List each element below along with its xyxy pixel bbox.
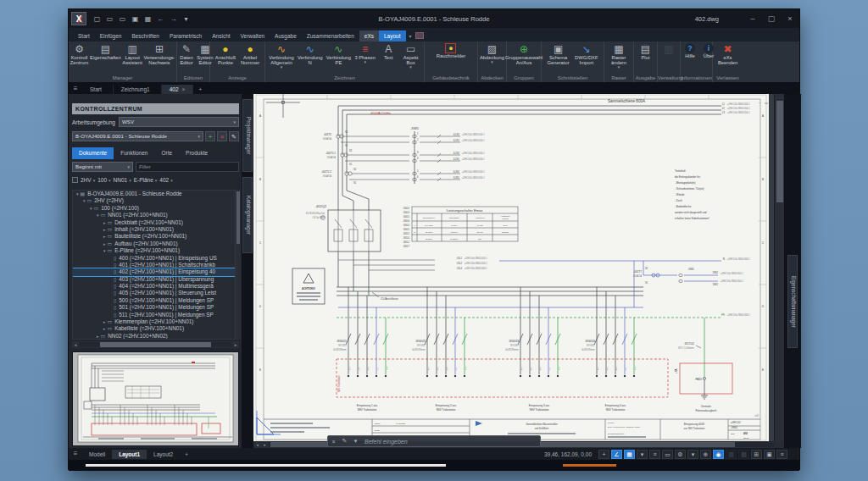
ribbon-button[interactable]: ⊕ Gruppenauswahl An/Aus <box>507 43 541 65</box>
quick-access-icon[interactable]: ▾ <box>181 14 192 25</box>
quick-access-icon[interactable]: ▭ <box>104 14 115 25</box>
expander-icon[interactable]: ▸ <box>103 227 106 232</box>
ribbon-collapse-icon[interactable]: ▾ <box>409 33 412 41</box>
tree-item[interactable]: ▯403 (=2HV.100+NN01) | Überspannung <box>73 276 235 283</box>
minimize-button[interactable]: – <box>747 14 759 23</box>
ribbon-button[interactable]: ▭ Aspekt Box ▾ <box>402 43 420 69</box>
ribbon-button[interactable]: ▤ Eigenschaften <box>90 43 121 60</box>
breadcrumb-segment[interactable]: E-Pläne▾ <box>134 177 158 183</box>
tree-item[interactable]: ▾▭2HV (=2HV) <box>73 197 235 204</box>
layout-tab[interactable]: Modell <box>82 450 112 459</box>
workspace-swatch-icon[interactable] <box>415 32 424 39</box>
quick-access-icon[interactable]: ▦ <box>142 14 153 25</box>
tree-item[interactable]: ▾▭E-Pläne (=2HV.100+NN01) <box>73 247 235 254</box>
expander-icon[interactable]: ▸ <box>103 319 106 324</box>
close-button[interactable]: × <box>784 14 796 23</box>
status-icon[interactable]: ▧ <box>738 450 749 459</box>
tree-item[interactable]: ▯401 (=2HV.100+NN01) | Schaltschrankb <box>73 262 235 268</box>
scroll-right-icon[interactable]: ▸ <box>261 442 269 447</box>
filter-input[interactable]: Filter <box>136 162 239 172</box>
status-icon[interactable]: ⊞ <box>751 450 762 459</box>
tab-katalogmanager[interactable]: Katalogmanager <box>242 177 253 253</box>
status-icon[interactable]: ▭ <box>662 450 673 459</box>
filter-mode-select[interactable]: Beginnt mit ▾ <box>72 162 133 172</box>
close-icon[interactable]: × <box>328 439 339 445</box>
status-icon[interactable]: ▦ <box>624 450 635 459</box>
ribbon-button[interactable]: ● Artikel Nummer <box>241 43 259 65</box>
tree-item[interactable]: ▯511 (=2HV.100+NN01) | Meldungen SP <box>73 312 235 318</box>
tab-projektmanager[interactable]: Projektmanager <box>242 99 253 172</box>
layout-menu-icon[interactable]: ≡ <box>69 450 82 459</box>
delete-project-button[interactable]: × <box>217 131 227 141</box>
project-select[interactable]: B-OYAJ4009.E.0001 - Schleuse Rodde ▾ <box>72 131 203 141</box>
tree-item[interactable]: ▸▭Klemmenplan (=2HV.100+NN01) <box>73 318 235 325</box>
tree-item[interactable]: ▯405 (=2HV.100+NN01) | Steuerung Leist <box>73 290 235 296</box>
status-icon[interactable]: ▣ <box>764 450 775 459</box>
add-project-button[interactable]: + <box>205 131 215 141</box>
ribbon-tab[interactable]: Ansicht <box>207 30 235 41</box>
ribbon-button[interactable]: ∿ Verbindung Allgemein ▾ <box>269 43 293 69</box>
tree-item[interactable]: ▯402 (=2HV.100+NN01) | Einspeisung 40 <box>73 268 235 275</box>
expander-icon[interactable]: ▾ <box>83 198 86 203</box>
ribbon-button[interactable]: ∿ Verbindung N <box>298 43 322 65</box>
ribbon-button[interactable]: ✖ eXs Beenden <box>718 43 737 65</box>
quick-access-icon[interactable]: ▭ <box>117 14 128 25</box>
quick-access-icon[interactable]: ▢ <box>92 14 103 25</box>
ribbon-button[interactable]: ▨ Abdeckung ▾ <box>480 43 504 64</box>
ribbon-tab[interactable]: Ausgabe <box>270 30 302 41</box>
status-icon[interactable]: ≡ <box>649 450 660 459</box>
status-icon[interactable]: ⊕ <box>700 450 711 459</box>
ribbon-tab[interactable]: Layout <box>379 30 406 41</box>
breadcrumb-checkbox[interactable] <box>72 177 78 183</box>
ribbon-button[interactable]: ▣ Schema Generator <box>548 43 570 65</box>
tree-item[interactable]: ▯500 (=2HV.100+NN01) | Meldungen SP <box>73 297 235 304</box>
ribbon-button[interactable]: ● Anschluß Punkte <box>215 43 236 65</box>
ribbon-button[interactable]: ⊞ Verwendungs- Nachweis <box>143 43 175 65</box>
panel-tab[interactable]: Dokumente <box>72 147 114 159</box>
edit-project-button[interactable]: ✎ <box>229 131 239 141</box>
panel-tab[interactable]: Funktionen <box>114 147 154 159</box>
ribbon-button[interactable]: ∿ Verbindung PE <box>326 43 351 65</box>
expander-icon[interactable]: ▸ <box>103 326 106 331</box>
ribbon-tab[interactable]: Beschriften <box>126 30 164 41</box>
document-tab[interactable]: 402× <box>162 85 194 94</box>
status-icon[interactable]: ▥ <box>726 450 737 459</box>
tree-item[interactable]: ▸▭Inhalt (=2HV.100+NN01) <box>73 226 235 233</box>
expander-icon[interactable]: ▸ <box>103 220 106 225</box>
breadcrumb-segment[interactable]: NN01▾ <box>114 177 131 183</box>
quick-access-icon[interactable]: → <box>168 14 179 25</box>
expander-icon[interactable]: ▾ <box>90 206 92 211</box>
ribbon-button[interactable]: ⚙ Kontroll Zentrum <box>70 43 89 65</box>
tree-item[interactable]: ▸▭Aufbau (=2HV.100+NN01) <box>73 240 235 247</box>
tree-item[interactable]: ▯404 (=2HV.100+NN01) | Multimessgerä <box>73 283 235 290</box>
breadcrumb-segment[interactable]: 2HV▾ <box>81 177 95 183</box>
expander-icon[interactable]: ▸ <box>103 234 106 239</box>
scroll-left-icon[interactable]: ◂ <box>72 342 79 347</box>
ribbon-tab[interactable]: eXs <box>359 30 379 41</box>
menu-burger-icon[interactable]: ≡ <box>69 85 82 94</box>
tree-item[interactable]: ▾▭100 (=2HV.100) <box>73 205 235 212</box>
expander-icon[interactable]: ▾ <box>103 248 106 253</box>
command-input-hint[interactable]: Befehl eingeben <box>364 439 408 445</box>
ribbon-button[interactable]: ✎ Daten Editor <box>177 43 196 65</box>
new-tab-button[interactable]: + <box>193 85 207 94</box>
tree-item[interactable]: ▯400 (=2HV.100+NN01) | Einspeisung US <box>73 255 235 262</box>
status-icon[interactable]: ⚙ <box>675 450 686 459</box>
ribbon-button[interactable]: ▥ <box>659 43 678 55</box>
layout-tab[interactable]: Layout2 <box>147 450 180 459</box>
workspace-select[interactable]: WSV ▾ <box>119 117 239 127</box>
tree-item[interactable]: ▸▭Deckblatt (=2HV.100+NN01) <box>73 219 235 226</box>
tree-item[interactable]: ▯501 (=2HV.100+NN01) | Meldungen SP <box>73 304 235 311</box>
ribbon-tab[interactable]: Start <box>73 30 95 41</box>
breadcrumb-segment[interactable]: 402▾ <box>159 177 172 183</box>
ribbon-tab[interactable]: Verwalten <box>236 30 270 41</box>
expander-icon[interactable]: ▾ <box>97 213 99 218</box>
status-icon[interactable]: ▾ <box>687 450 698 459</box>
quick-access-icon[interactable]: ← <box>155 14 166 25</box>
ribbon-tab[interactable]: Einfügen <box>95 30 127 41</box>
chevron-down-icon[interactable]: ▾ <box>350 438 361 445</box>
layout-tab[interactable]: Layout1 <box>112 450 147 459</box>
tree-item[interactable]: ▾▤B-OYAJ4009.E.0001 - Schleuse Rodde <box>73 191 235 197</box>
panel-tab[interactable]: Produkte <box>179 147 214 159</box>
viewport-vertical-scrollbar[interactable] <box>774 94 784 441</box>
